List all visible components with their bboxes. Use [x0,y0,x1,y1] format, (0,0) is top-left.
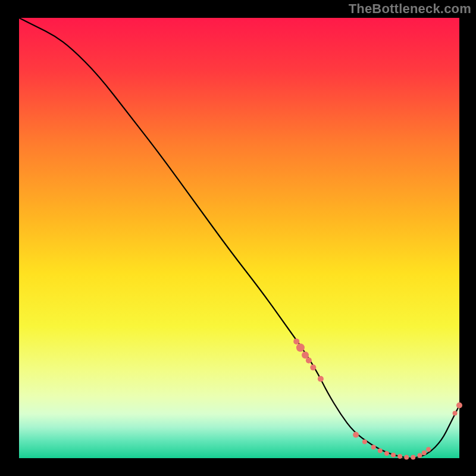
data-marker [378,448,383,453]
attribution-text: TheBottleneck.com [349,1,471,17]
data-marker [411,455,415,460]
data-marker [384,451,389,456]
data-marker [453,411,458,416]
data-marker [417,453,422,458]
chart-container: TheBottleneck.com [0,0,476,476]
data-marker [391,453,396,458]
data-marker [306,358,312,364]
data-marker [362,440,367,444]
plot-area [19,18,459,458]
data-marker [353,432,359,438]
data-marker [296,343,305,352]
data-markers [293,339,462,460]
data-marker [422,450,427,455]
data-marker [397,454,402,459]
data-marker [456,402,462,408]
data-marker [426,447,431,452]
data-marker [371,445,376,450]
data-marker [404,455,409,460]
data-marker [310,365,316,371]
data-marker [318,376,324,382]
data-marker [293,339,299,345]
bottleneck-curve [19,18,459,458]
curve-layer [19,18,459,458]
